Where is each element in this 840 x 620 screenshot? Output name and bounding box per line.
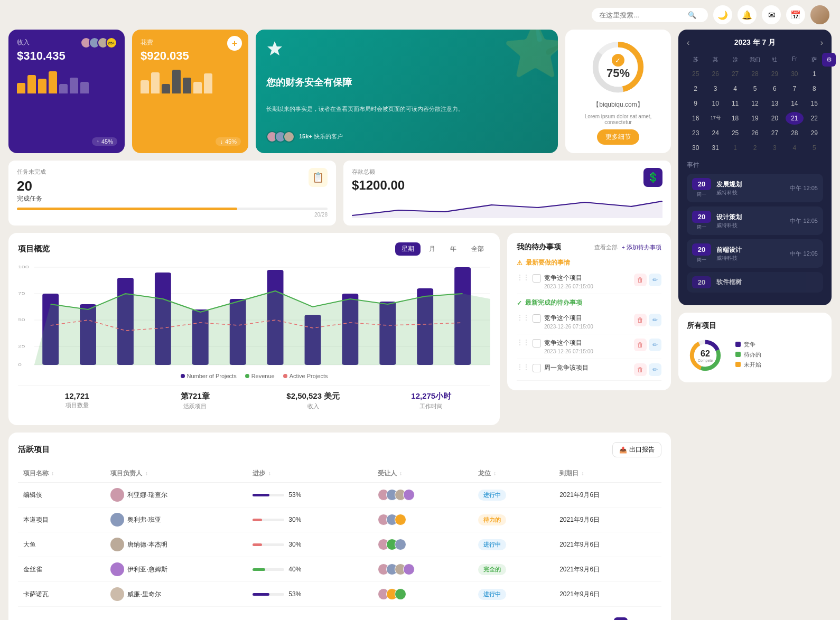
todo-checkbox-1[interactable]	[533, 274, 541, 283]
cal-day[interactable]: 8	[806, 82, 823, 95]
drag-handle-1[interactable]: ⋮⋮	[517, 274, 529, 281]
edit-todo-1[interactable]: ✏	[649, 274, 661, 286]
cal-day[interactable]: 31	[706, 142, 724, 154]
task-progress-label: 20/28	[17, 212, 328, 218]
cal-day[interactable]: 5	[746, 82, 763, 95]
cal-day[interactable]: 6	[766, 82, 783, 95]
todo-date-1: 2023-12-26 07:15:00	[544, 284, 631, 289]
cal-day[interactable]: 14	[786, 97, 803, 110]
more-details-button[interactable]: 更多细节	[597, 129, 639, 145]
cal-day[interactable]: 3	[766, 142, 783, 154]
cal-day[interactable]: 24	[706, 127, 724, 139]
table-row: 金丝雀 伊利亚·愈姆斯 40%	[18, 557, 661, 582]
delete-todo-1[interactable]: 🗑	[634, 274, 647, 286]
page-2-btn[interactable]: 2	[631, 617, 645, 620]
cal-day[interactable]: 12	[746, 97, 763, 110]
edit-todo-2[interactable]: ✏	[649, 314, 661, 326]
drag-handle-4[interactable]: ⋮⋮	[517, 363, 529, 371]
active-projects-table: 项目名称 ↕ 项目负责人 ↕ 进步 ↕ 受让人 ↕ 龙位 ↕ 到期日 ↕ 编辑侠	[18, 465, 661, 607]
cal-day[interactable]: 29	[766, 68, 783, 80]
edit-todo-3[interactable]: ✏	[649, 339, 661, 351]
cal-day[interactable]: 15	[806, 97, 823, 110]
tab-year[interactable]: 年	[444, 242, 463, 256]
drag-handle-3[interactable]: ⋮⋮	[517, 339, 529, 346]
cal-day[interactable]: 2	[687, 82, 704, 95]
cal-day[interactable]: 20	[766, 112, 783, 125]
cal-day[interactable]: 28	[786, 127, 803, 139]
cal-day[interactable]: 13	[766, 97, 783, 110]
add-todo-link[interactable]: + 添加待办事项	[622, 243, 661, 251]
cal-day[interactable]: 26	[746, 127, 763, 139]
cal-day[interactable]: 27	[726, 68, 744, 80]
active-projects-header: 活跃项目 📤 出口报告	[18, 442, 661, 457]
bell-icon: 🔔	[742, 10, 752, 20]
page-1-btn[interactable]: 1	[614, 617, 628, 620]
cal-day[interactable]: 30	[786, 68, 803, 80]
cal-prev-button[interactable]: ‹	[687, 38, 689, 48]
moon-icon-button[interactable]: 🌙	[713, 5, 732, 24]
cal-day[interactable]: 26	[706, 68, 724, 80]
tab-month[interactable]: 月	[423, 242, 442, 256]
cal-day[interactable]: 22	[806, 112, 823, 125]
tab-all[interactable]: 全部	[465, 242, 490, 256]
cal-day[interactable]: 7	[786, 82, 803, 95]
search-box[interactable]: 🔍	[592, 8, 708, 22]
svg-marker-0	[267, 41, 282, 55]
mail-icon: ✉	[768, 10, 775, 20]
todo-checkbox-3[interactable]	[533, 339, 541, 347]
cal-day[interactable]: 1	[726, 142, 744, 154]
cal-day[interactable]: 3	[706, 82, 724, 95]
add-expense-button[interactable]: +	[227, 36, 242, 51]
mail-icon-button[interactable]: ✉	[762, 5, 781, 24]
next-page-btn[interactable]: ›	[648, 617, 661, 620]
cal-day[interactable]: 4	[786, 142, 803, 154]
todo-item-3: ⋮⋮ 竞争这个项目 2023-12-26 07:15:00 🗑 ✏	[517, 334, 661, 359]
all-projects-lbl: Compete	[698, 359, 713, 362]
prev-page-btn[interactable]: ‹	[597, 617, 611, 620]
tab-week[interactable]: 星期	[395, 242, 421, 256]
task-progress: 20/28	[17, 208, 328, 218]
cal-day[interactable]: 29	[806, 127, 823, 139]
cal-day[interactable]: 9	[687, 97, 704, 110]
cal-day[interactable]: 23	[687, 127, 704, 139]
cal-day[interactable]: 4	[726, 82, 744, 95]
cal-day[interactable]: 10	[706, 97, 724, 110]
cal-day[interactable]: 5	[806, 142, 823, 154]
bell-icon-button[interactable]: 🔔	[738, 5, 757, 24]
search-input[interactable]	[599, 11, 684, 19]
todo-checkbox-2[interactable]	[533, 314, 541, 323]
delete-todo-2[interactable]: 🗑	[634, 314, 647, 326]
down-icon: ↓	[220, 138, 223, 145]
drag-handle-2[interactable]: ⋮⋮	[517, 314, 529, 321]
user-avatar[interactable]	[810, 5, 829, 24]
svg-text:50: 50	[18, 317, 25, 322]
todo-checkbox-4[interactable]	[533, 364, 541, 372]
cal-day[interactable]: 30	[687, 142, 704, 154]
cal-day[interactable]: 25	[687, 68, 704, 80]
finance-avatars	[266, 131, 295, 143]
cal-day[interactable]: 28	[746, 68, 763, 80]
project-assignees-3	[372, 532, 473, 557]
cal-day[interactable]: 17号	[706, 112, 724, 125]
cal-next-button[interactable]: ›	[820, 38, 823, 48]
project-status-2: 待力的	[473, 508, 554, 532]
todo-item-actions-4: 🗑 ✏	[634, 363, 661, 376]
cal-day[interactable]: 1	[806, 68, 823, 80]
delete-todo-3[interactable]: 🗑	[634, 339, 647, 351]
cal-day-today[interactable]: 21	[786, 112, 803, 125]
cal-day[interactable]: 27	[766, 127, 783, 139]
cal-day[interactable]: 16	[687, 112, 704, 125]
settings-gear-button[interactable]: ⚙	[822, 53, 836, 67]
cal-day[interactable]: 19	[746, 112, 763, 125]
project-progress-5: 53%	[247, 582, 372, 607]
cal-day[interactable]: 25	[726, 127, 744, 139]
cal-day[interactable]: 18	[726, 112, 744, 125]
calendar-icon-button[interactable]: 📅	[786, 5, 805, 24]
view-all-todo-link[interactable]: 查看全部	[594, 243, 618, 251]
export-report-button[interactable]: 📤 出口报告	[612, 442, 661, 457]
cal-day[interactable]: 11	[726, 97, 744, 110]
moon-icon: 🌙	[717, 10, 728, 20]
delete-todo-4[interactable]: 🗑	[634, 363, 647, 376]
cal-day[interactable]: 2	[746, 142, 763, 154]
edit-todo-4[interactable]: ✏	[649, 363, 661, 376]
